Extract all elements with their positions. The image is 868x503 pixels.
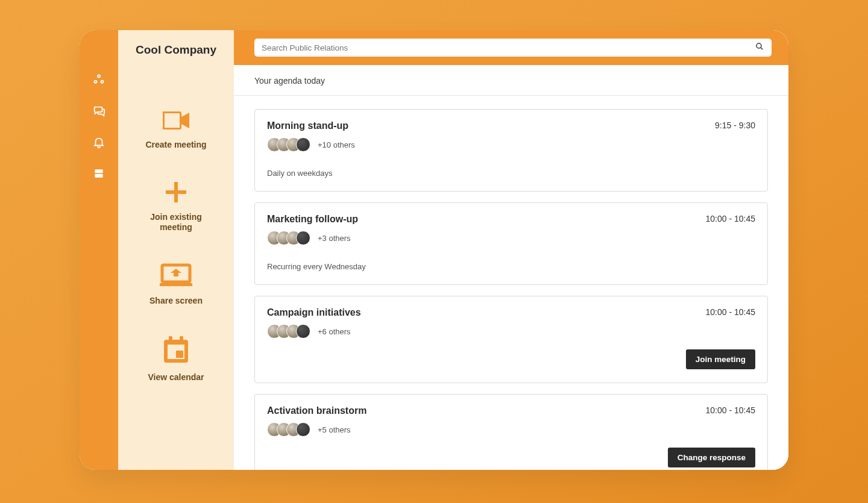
meeting-title: Activation brainstorm (267, 405, 366, 416)
header (234, 30, 788, 65)
avatar-stack (267, 231, 310, 245)
svg-rect-13 (169, 336, 172, 342)
action-label: Create meeting (145, 140, 206, 151)
avatar-stack (267, 422, 310, 437)
screen-share-icon (160, 263, 192, 290)
share-nodes-icon[interactable] (92, 72, 106, 87)
brand-title: Cool Company (130, 30, 222, 61)
join-meeting-button[interactable]: Join meeting (686, 349, 755, 369)
avatar (296, 231, 310, 245)
main-panel: Your agenda today Morning stand-up 9:15 … (234, 30, 788, 470)
avatar-stack (267, 324, 310, 339)
meeting-title: Marketing follow-up (267, 214, 358, 225)
svg-rect-12 (176, 351, 183, 358)
view-calendar-action[interactable]: View calendar (148, 336, 204, 383)
agenda-card[interactable]: Marketing follow-up 10:00 - 10:45 +3 oth… (254, 202, 768, 285)
recurrence-text: Daily on weekdays (267, 169, 755, 178)
agenda-card[interactable]: Morning stand-up 9:15 - 9:30 +10 others … (254, 109, 768, 192)
create-meeting-action[interactable]: Create meeting (145, 110, 206, 151)
video-icon (161, 110, 191, 134)
action-label: Join existing meeting (134, 212, 218, 233)
sidebar-actions: Create meeting Join existing meeting Sha… (134, 110, 218, 383)
participants: +5 others (267, 422, 755, 437)
action-label: Share screen (149, 296, 203, 307)
avatar (296, 137, 310, 152)
svg-rect-9 (160, 283, 192, 286)
meeting-title: Campaign initiatives (267, 307, 361, 318)
meeting-time: 10:00 - 10:45 (705, 405, 755, 415)
bell-icon[interactable] (92, 135, 106, 149)
others-count: +10 others (318, 140, 355, 149)
meeting-time: 10:00 - 10:45 (705, 307, 755, 317)
avatar (296, 422, 310, 437)
agenda-heading: Your agenda today (234, 65, 788, 96)
svg-point-15 (756, 43, 761, 48)
app-window: Cool Company Create meeting Join existin… (80, 30, 788, 470)
agenda-card[interactable]: Campaign initiatives 10:00 - 10:45 +6 ot… (254, 296, 768, 383)
join-existing-action[interactable]: Join existing meeting (134, 181, 218, 233)
participants: +3 others (267, 231, 755, 245)
avatar-stack (267, 137, 310, 152)
nav-rail (80, 30, 118, 470)
svg-rect-7 (166, 190, 186, 194)
sidebar: Cool Company Create meeting Join existin… (118, 30, 234, 470)
cards-icon[interactable] (92, 166, 106, 181)
agenda-list: Morning stand-up 9:15 - 9:30 +10 others … (234, 96, 788, 470)
search-icon[interactable] (755, 42, 764, 54)
svg-rect-4 (95, 174, 102, 178)
meeting-time: 9:15 - 9:30 (715, 120, 755, 130)
share-screen-action[interactable]: Share screen (149, 263, 203, 307)
others-count: +6 others (318, 327, 351, 336)
others-count: +5 others (318, 425, 351, 434)
participants: +10 others (267, 137, 755, 152)
chat-icon[interactable] (92, 104, 106, 118)
svg-line-16 (761, 48, 763, 49)
meeting-time: 10:00 - 10:45 (705, 214, 755, 223)
participants: +6 others (267, 324, 755, 339)
search-bar[interactable] (254, 39, 772, 57)
plus-icon (165, 181, 187, 206)
avatar (296, 324, 310, 339)
svg-point-2 (101, 81, 103, 83)
recurrence-text: Recurring every Wednesday (267, 262, 755, 271)
search-input[interactable] (262, 43, 755, 52)
change-response-button[interactable]: Change response (668, 448, 755, 467)
svg-rect-3 (95, 169, 102, 173)
meeting-title: Morning stand-up (267, 120, 348, 131)
svg-rect-14 (180, 336, 183, 342)
action-label: View calendar (148, 372, 204, 383)
svg-point-1 (94, 81, 96, 83)
others-count: +3 others (318, 234, 351, 243)
svg-point-0 (98, 75, 100, 77)
calendar-icon (163, 336, 189, 366)
svg-rect-5 (165, 113, 180, 128)
agenda-card[interactable]: Activation brainstorm 10:00 - 10:45 +5 o… (254, 394, 768, 470)
